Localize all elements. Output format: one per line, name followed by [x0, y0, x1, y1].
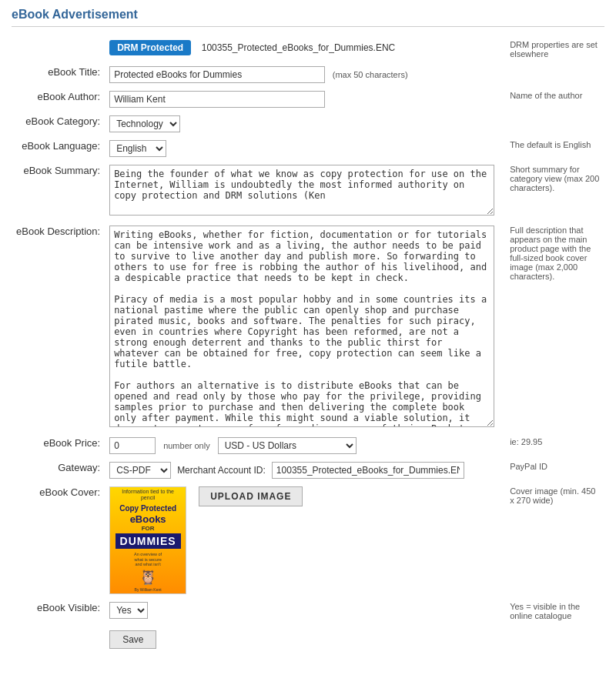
description-textarea[interactable]: Writing eBooks, whether for fiction, doc… [109, 226, 494, 427]
description-hint: Full description that appears on the mai… [505, 222, 604, 433]
title-label: eBook Title: [12, 62, 105, 87]
price-input[interactable] [109, 437, 156, 454]
summary-hint: Short summary for category view (max 200… [505, 161, 604, 222]
cover-image: Information tied to the pencil Copy Prot… [109, 486, 186, 594]
title-max-chars: (max 50 characters) [333, 70, 408, 79]
language-select[interactable]: English French Spanish German [109, 140, 166, 157]
currency-select[interactable]: USD - US Dollars EUR - Euro GBP - Britis… [218, 437, 357, 454]
cover-label: eBook Cover: [12, 483, 105, 598]
language-label: eBook Language: [12, 136, 105, 161]
cover-hint: Cover image (min. 450 x 270 wide) [505, 483, 604, 598]
language-hint: The default is English [505, 136, 604, 161]
save-button[interactable]: Save [109, 630, 156, 649]
cover-owl-icon: 🦉 [139, 569, 156, 586]
page-title: eBook Advertisement [12, 8, 604, 27]
gateway-select[interactable]: CS-PDF PayPal Other [109, 462, 171, 479]
cover-dummies-text: DUMMIES [116, 533, 181, 549]
visible-select[interactable]: Yes No [109, 602, 148, 619]
merchant-label: Merchant Account ID: [177, 465, 266, 476]
visible-hint: Yes = visible in the online catalogue [505, 598, 604, 624]
number-only-label: number only [163, 441, 210, 450]
gateway-label: Gateway: [12, 458, 105, 483]
category-label: eBook Category: [12, 112, 105, 136]
drm-badge: DRM Protected [109, 40, 191, 55]
summary-textarea[interactable]: Being the founder of what we know as cop… [109, 165, 494, 216]
summary-label: eBook Summary: [12, 161, 105, 222]
merchant-input[interactable] [272, 462, 464, 479]
author-label: eBook Author: [12, 87, 105, 112]
description-label: eBook Description: [12, 222, 105, 433]
visible-label: eBook Visible: [12, 598, 105, 624]
author-hint: Name of the author [505, 87, 604, 112]
paypal-hint: PayPal ID [505, 458, 604, 483]
category-select[interactable]: Technology Business Fiction Non-Fiction [109, 115, 180, 132]
price-hint: ie: 29.95 [505, 433, 604, 458]
price-label: eBook Price: [12, 433, 105, 458]
drm-hint: DRM properties are set elsewhere [505, 36, 604, 62]
upload-image-button[interactable]: UPLOAD IMAGE [199, 486, 303, 506]
cover-author: By William Kent [135, 587, 162, 592]
title-input[interactable] [109, 66, 325, 83]
cover-subtitle: FOR [142, 525, 155, 532]
cover-main-title: Copy ProtectedeBooks [119, 504, 176, 526]
cover-top-text: Information tied to the pencil [115, 489, 181, 502]
cover-bottom-text: An overview ofwhat is secureand what isn… [134, 552, 162, 567]
author-input[interactable] [109, 91, 325, 108]
drm-filename: 100355_Protected_eBooks_for_Dummies.ENC [202, 42, 395, 53]
